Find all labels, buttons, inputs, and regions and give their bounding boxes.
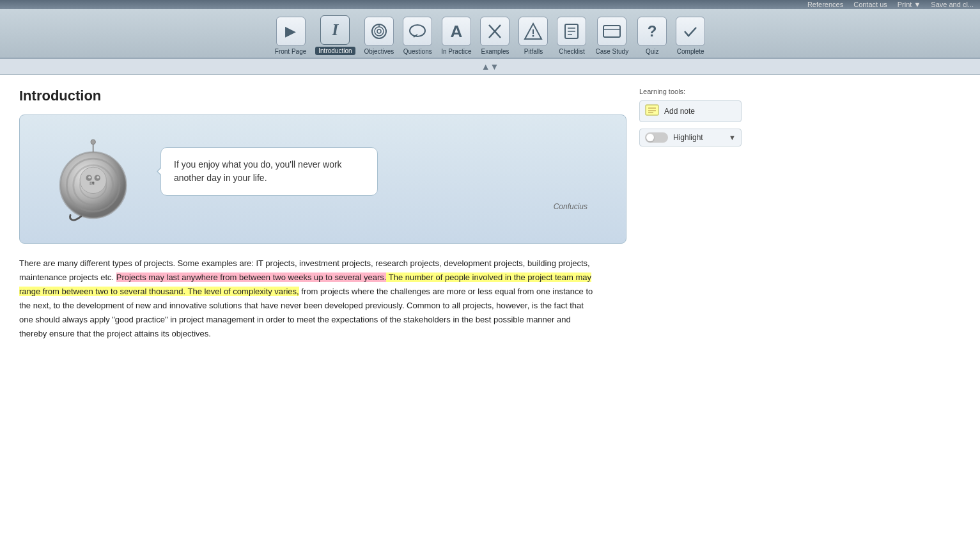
pitfalls-icon (518, 17, 548, 46)
add-note-tool[interactable]: Add note (639, 100, 742, 122)
questions-icon (403, 17, 432, 46)
objectives-icon (364, 17, 394, 46)
quote-attribution: Confucius (160, 202, 613, 211)
highlight-label: Highlight (673, 133, 703, 142)
page-title: Introduction (19, 88, 626, 104)
svg-point-2 (377, 29, 381, 33)
nav-item-case-study[interactable]: Case Study (591, 14, 632, 58)
examples-icon (480, 17, 509, 46)
objectives-label: Objectives (364, 48, 394, 55)
svg-point-25 (97, 176, 99, 178)
nav-item-pitfalls[interactable]: Pitfalls (515, 14, 552, 58)
main-content: Introduction (0, 75, 980, 354)
svg-rect-14 (603, 26, 620, 37)
svg-text:m: m (89, 180, 95, 186)
nav-item-examples[interactable]: Examples (476, 14, 513, 58)
quote-text: If you enjoy what you do, you'll never w… (174, 159, 342, 183)
highlight-tool[interactable]: Highlight ▼ (639, 129, 742, 146)
in-practice-label: In Practice (441, 48, 471, 55)
nav-items: ▶ Front Page I Introduction Objectives Q… (271, 13, 709, 58)
examples-label: Examples (481, 48, 509, 55)
quote-content: If you enjoy what you do, you'll never w… (160, 147, 613, 211)
contact-link[interactable]: Contact us (853, 1, 887, 8)
nav-item-questions[interactable]: Questions (399, 14, 436, 58)
nav-bar: ▶ Front Page I Introduction Objectives Q… (0, 9, 980, 59)
complete-label: Complete (677, 48, 704, 55)
nav-item-introduction[interactable]: I Introduction (311, 13, 359, 58)
collapse-arrow[interactable]: ▲▼ (0, 59, 980, 75)
add-note-icon (645, 104, 659, 118)
robot-image: m (33, 128, 148, 230)
checklist-label: Checklist (559, 48, 585, 55)
svg-point-24 (88, 176, 91, 178)
quiz-label: Quiz (646, 48, 659, 55)
add-note-label: Add note (664, 107, 695, 116)
quiz-icon: ? (637, 17, 667, 46)
case-study-label: Case Study (595, 48, 628, 55)
in-practice-icon: A (442, 17, 471, 46)
highlight-dropdown-arrow[interactable]: ▼ (729, 134, 736, 141)
highlight-toggle[interactable] (645, 132, 668, 143)
body-text: There are many different types of projec… (19, 257, 595, 342)
introduction-label: Introduction (315, 47, 355, 55)
complete-icon (676, 17, 705, 46)
nav-item-objectives[interactable]: Objectives (361, 14, 398, 58)
nav-item-checklist[interactable]: Checklist (553, 14, 590, 58)
checklist-icon (557, 17, 586, 46)
references-link[interactable]: References (807, 1, 843, 8)
questions-label: Questions (403, 48, 432, 55)
nav-item-front-page[interactable]: ▶ Front Page (271, 14, 310, 58)
introduction-icon: I (320, 15, 350, 45)
right-panel: Learning tools: Add note Highlight ▼ (639, 88, 742, 342)
case-study-icon (597, 17, 626, 46)
nav-item-complete[interactable]: Complete (672, 14, 709, 58)
top-bar: References Contact us Print ▼ Save and c… (0, 0, 980, 9)
nav-item-quiz[interactable]: ? Quiz (634, 14, 671, 58)
front-page-icon: ▶ (276, 17, 306, 46)
learning-tools-label: Learning tools: (639, 88, 742, 95)
svg-point-9 (533, 35, 534, 37)
quote-box: m If you enjoy what you do, you'll never… (19, 115, 626, 244)
front-page-label: Front Page (275, 48, 306, 55)
svg-point-1 (375, 27, 384, 36)
nav-item-in-practice[interactable]: A In Practice (437, 14, 475, 58)
svg-point-29 (91, 139, 96, 145)
speech-bubble: If you enjoy what you do, you'll never w… (160, 147, 378, 196)
pitfalls-label: Pitfalls (524, 48, 543, 55)
body-part2-highlighted: Projects may last anywhere from between … (116, 272, 387, 282)
content-area: Introduction (19, 88, 626, 342)
save-link[interactable]: Save and cl... (931, 1, 974, 8)
print-link[interactable]: Print ▼ (898, 1, 921, 8)
svg-rect-30 (646, 105, 658, 115)
